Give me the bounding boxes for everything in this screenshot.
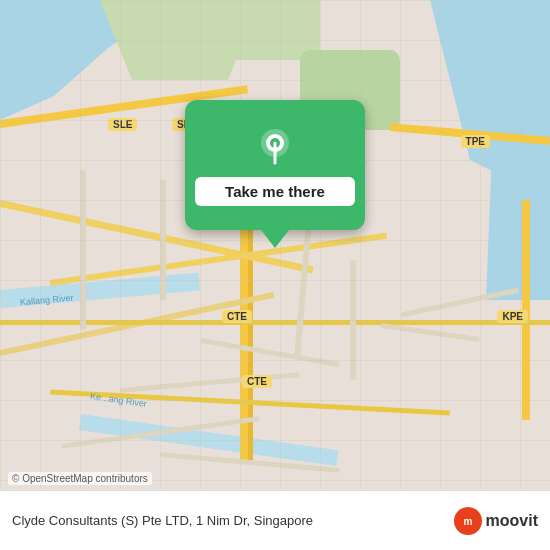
popup-box: Take me there	[185, 100, 365, 230]
moovit-logo-svg: m	[459, 512, 477, 530]
minor-road-1	[80, 170, 86, 330]
sle-label: SLE	[108, 118, 137, 131]
green-area-center	[200, 0, 320, 60]
map-container: SLE SLE CTE CTE TPE KPE Punggol Rd Kalla…	[0, 0, 550, 550]
svg-text:m: m	[463, 516, 472, 527]
moovit-logo[interactable]: m moovit	[454, 507, 538, 535]
tpe-label: TPE	[461, 135, 490, 148]
take-me-there-button[interactable]: Take me there	[195, 177, 355, 206]
minor-road-10	[380, 323, 480, 342]
cte-label-2: CTE	[242, 375, 272, 388]
minor-road-5	[120, 372, 300, 393]
minor-road-2	[160, 180, 166, 300]
map-background: SLE SLE CTE CTE TPE KPE Punggol Rd Kalla…	[0, 0, 550, 550]
cte-label-1: CTE	[222, 310, 252, 323]
location-pin-icon	[253, 125, 297, 169]
copyright-text: © OpenStreetMap contributors	[8, 472, 152, 485]
minor-road-6	[201, 338, 340, 367]
moovit-label: moovit	[486, 512, 538, 530]
minor-road-4	[350, 260, 356, 380]
moovit-icon: m	[454, 507, 482, 535]
kpe-label: KPE	[497, 310, 528, 323]
bottom-bar: Clyde Consultants (S) Pte LTD, 1 Nim Dr,…	[0, 490, 550, 550]
location-name: Clyde Consultants (S) Pte LTD, 1 Nim Dr,…	[12, 513, 454, 528]
location-popup: Take me there	[185, 100, 365, 248]
popup-tail	[261, 230, 289, 248]
